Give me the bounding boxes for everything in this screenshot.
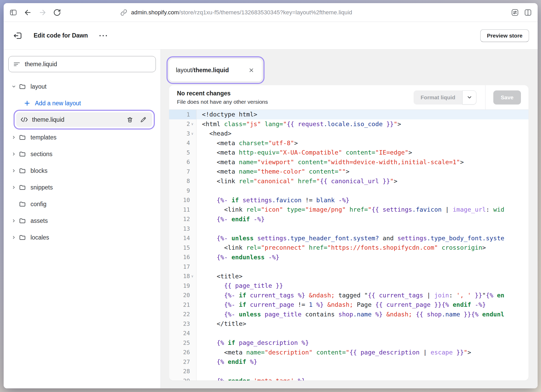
fold-toggle-icon[interactable]: ∨ bbox=[190, 122, 195, 126]
browser-window: admin.shopify.com/store/rzq1xu-f5/themes… bbox=[4, 3, 538, 388]
sidebar-item-sections[interactable]: sections bbox=[8, 148, 156, 160]
line-number: 9 bbox=[169, 186, 196, 195]
code-line[interactable]: {% if page_description %} bbox=[196, 338, 528, 348]
folder-label: assets bbox=[30, 217, 48, 224]
code-line[interactable]: </title> bbox=[196, 319, 528, 329]
code-line[interactable] bbox=[196, 186, 528, 195]
rename-file-button[interactable] bbox=[140, 117, 146, 123]
code-line[interactable]: {%- unless settings.type_header_font.sys… bbox=[196, 234, 528, 243]
code-line[interactable]: <title> bbox=[196, 272, 528, 281]
line-number: 19 bbox=[169, 281, 196, 291]
sidebar-item-assets[interactable]: assets bbox=[8, 215, 156, 227]
sidebar-item-templates[interactable]: templates bbox=[8, 131, 156, 144]
editor-panel: No recent changes File does not have any… bbox=[169, 85, 528, 381]
folder-icon bbox=[19, 217, 26, 224]
split-view-icon[interactable] bbox=[524, 9, 532, 16]
line-number: 27 bbox=[169, 357, 196, 367]
code-line[interactable]: <!doctype html> bbox=[196, 110, 528, 119]
code-line[interactable] bbox=[196, 329, 528, 338]
line-number: 10 bbox=[169, 195, 196, 205]
code-line[interactable]: <meta name="viewport" content="width=dev… bbox=[196, 157, 528, 167]
line-number: 4 bbox=[169, 138, 196, 148]
preview-store-button[interactable]: Preview store bbox=[480, 29, 529, 42]
line-number: 11 bbox=[169, 205, 196, 215]
sidebar-item-config[interactable]: config bbox=[8, 198, 156, 210]
line-number: 16 bbox=[169, 253, 196, 262]
line-number: 24 bbox=[169, 329, 196, 338]
url-text: admin.shopify.com/store/rzq1xu-f5/themes… bbox=[131, 9, 352, 16]
line-number: 29 bbox=[169, 376, 196, 381]
folder-icon bbox=[19, 184, 26, 191]
code-line[interactable]: {%- endunless -%} bbox=[196, 253, 528, 262]
code-line[interactable]: {%- if current_page != 1 %} &ndash; Page… bbox=[196, 300, 528, 310]
close-icon bbox=[249, 68, 254, 73]
code-line[interactable]: <meta http-equiv="X-UA-Compatible" conte… bbox=[196, 148, 528, 157]
line-number: 23 bbox=[169, 319, 196, 329]
code-line[interactable]: <html class="js" lang="{{ request.locale… bbox=[196, 119, 528, 129]
code-line[interactable] bbox=[196, 224, 528, 234]
browser-sidebar-toggle-icon[interactable] bbox=[9, 9, 17, 16]
code-line[interactable]: <meta name="description" content="{{ pag… bbox=[196, 348, 528, 357]
address-bar[interactable]: admin.shopify.com/store/rzq1xu-f5/themes… bbox=[120, 3, 352, 22]
sidebar-item-layout[interactable]: layout bbox=[8, 80, 156, 93]
code-line[interactable]: <link rel="preconnect" href="https://fon… bbox=[196, 243, 528, 253]
chevron-right-icon bbox=[11, 168, 16, 173]
fold-toggle-icon[interactable]: ∨ bbox=[190, 274, 195, 278]
sidebar-item-locales[interactable]: locales bbox=[8, 231, 156, 244]
line-number: 17 bbox=[169, 262, 196, 272]
app-header: Edit code for Dawn Preview store bbox=[4, 22, 538, 50]
add-layout-label: Add a new layout bbox=[35, 100, 81, 107]
code-line[interactable]: {%- unless page_title contains shop.name… bbox=[196, 310, 528, 319]
folder-icon bbox=[19, 150, 26, 158]
code-editor[interactable]: 12∨3∨456789101112131415161718∨1920212223… bbox=[169, 110, 528, 381]
save-button[interactable]: Save bbox=[493, 90, 521, 105]
code-line[interactable]: <link rel="icon" type="image/png" href="… bbox=[196, 205, 528, 215]
folder-icon bbox=[19, 234, 26, 241]
page-title: Edit code for Dawn bbox=[34, 32, 88, 39]
code-line[interactable]: <link rel="canonical" href="{{ canonical… bbox=[196, 176, 528, 186]
browser-customize-icon[interactable] bbox=[511, 9, 519, 16]
code-line[interactable]: {%- endif -%} bbox=[196, 215, 528, 224]
exit-editor-button[interactable] bbox=[12, 30, 23, 41]
code-line[interactable]: <head> bbox=[196, 129, 528, 138]
delete-file-button[interactable] bbox=[127, 117, 133, 123]
code-line[interactable] bbox=[196, 262, 528, 272]
folder-label: blocks bbox=[30, 167, 47, 174]
sidebar-item-blocks[interactable]: blocks bbox=[8, 164, 156, 177]
forward-icon[interactable] bbox=[39, 9, 46, 16]
back-icon[interactable] bbox=[24, 9, 32, 16]
code-line[interactable]: {{ page_title }} bbox=[196, 281, 528, 291]
divider bbox=[485, 85, 485, 109]
code-line[interactable]: {% endif %} bbox=[196, 357, 528, 367]
version-title: No recent changes bbox=[177, 90, 268, 97]
code-line[interactable]: <meta charset="utf-8"> bbox=[196, 138, 528, 148]
ellipsis-icon bbox=[99, 34, 108, 37]
tab-close-button[interactable] bbox=[248, 66, 255, 74]
code-line[interactable]: {%- if settings.favicon != blank -%} bbox=[196, 195, 528, 205]
file-search-box[interactable] bbox=[8, 56, 156, 72]
sidebar-item-snippets[interactable]: snippets bbox=[8, 181, 156, 194]
line-number: 1 bbox=[169, 110, 196, 119]
browser-toolbar: admin.shopify.com/store/rzq1xu-f5/themes… bbox=[4, 3, 538, 22]
format-dropdown-button[interactable] bbox=[462, 90, 476, 105]
more-menu-button[interactable] bbox=[99, 32, 108, 40]
line-number-gutter: 12∨3∨456789101112131415161718∨1920212223… bbox=[169, 110, 196, 381]
code-column[interactable]: <!doctype html><html class="js" lang="{{… bbox=[196, 110, 528, 381]
editor-main-area: layout/theme.liquid No recent changes Fi… bbox=[161, 50, 538, 388]
file-search-input[interactable] bbox=[25, 61, 151, 68]
code-line[interactable]: <meta name="theme-color" content=""> bbox=[196, 167, 528, 176]
format-liquid-button[interactable]: Format liquid bbox=[414, 90, 462, 105]
plus-icon bbox=[24, 100, 30, 106]
sidebar-file-theme.liquid[interactable]: theme.liquid bbox=[16, 112, 152, 127]
trash-icon bbox=[127, 117, 133, 123]
code-line[interactable]: {% render 'meta-tags' %} bbox=[196, 376, 528, 381]
code-line[interactable]: {%- if current_tags %} &ndash; tagged "{… bbox=[196, 291, 528, 300]
code-tab[interactable]: layout/theme.liquid bbox=[169, 59, 262, 81]
code-icon bbox=[20, 117, 28, 123]
chevron-right-icon bbox=[11, 218, 16, 223]
reload-icon[interactable] bbox=[53, 9, 61, 16]
code-line[interactable] bbox=[196, 367, 528, 376]
fold-toggle-icon[interactable]: ∨ bbox=[190, 132, 195, 136]
chevron-right-icon bbox=[11, 185, 16, 190]
add-layout-button[interactable]: Add a new layout bbox=[8, 97, 156, 109]
